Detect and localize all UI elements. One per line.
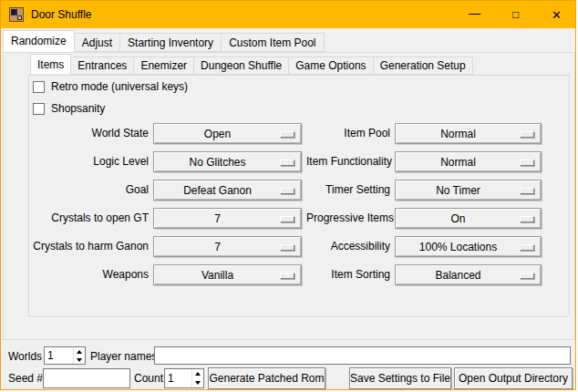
logic-level-label: Logic Level	[28, 151, 149, 172]
count-input[interactable]	[165, 369, 191, 387]
item-sorting-dropdown[interactable]: Balanced	[395, 264, 542, 285]
spin-down-icon[interactable]	[192, 378, 203, 387]
world-state-row: World State Open	[28, 123, 302, 144]
maximize-icon: □	[512, 8, 519, 21]
item-pool-value: Normal	[440, 128, 476, 140]
checkbox-box[interactable]	[33, 81, 45, 93]
close-button[interactable]: ✕	[536, 1, 576, 28]
weapons-row: Weapons Vanilla	[28, 264, 302, 285]
accessibility-value: 100% Locations	[419, 241, 497, 253]
world-state-dropdown[interactable]: Open	[153, 123, 302, 144]
goal-value: Defeat Ganon	[183, 184, 252, 197]
crystals-ganon-value: 7	[214, 241, 221, 253]
tab-generation-setup[interactable]: Generation Setup	[373, 57, 473, 75]
accessibility-dropdown[interactable]: 100% Locations	[395, 236, 542, 257]
tab-entrances[interactable]: Entrances	[70, 57, 134, 75]
item-pool-label: Item Pool	[306, 123, 390, 144]
generate-patched-rom-button[interactable]: Generate Patched Rom	[208, 367, 325, 389]
tab-adjust[interactable]: Adjust	[74, 33, 120, 52]
progressive-items-dropdown[interactable]: On	[395, 208, 542, 229]
count-spin-arrows	[191, 369, 203, 387]
weapons-value: Vanilla	[201, 269, 233, 282]
dropdown-handle-icon	[520, 244, 534, 251]
weapons-dropdown[interactable]: Vanilla	[153, 264, 302, 285]
main-tabbar: Randomize Adjust Starting Inventory Cust…	[3, 30, 324, 52]
open-output-directory-button[interactable]: Open Output Directory	[454, 367, 573, 389]
seed-label: Seed #	[8, 372, 43, 385]
tab-custom-item-pool[interactable]: Custom Item Pool	[221, 33, 324, 52]
world-state-value: Open	[204, 128, 231, 140]
dropdown-handle-icon	[520, 188, 534, 194]
logic-level-row: Logic Level No Glitches	[28, 151, 302, 172]
dropdown-handle-icon	[280, 188, 294, 194]
spin-up-icon[interactable]	[192, 369, 203, 378]
worlds-label: Worlds	[8, 350, 42, 363]
crystals-gt-value: 7	[214, 212, 221, 225]
shopsanity-checkbox[interactable]: Shopsanity	[33, 102, 105, 115]
item-sorting-value: Balanced	[435, 269, 480, 282]
dropdown-handle-icon	[520, 273, 534, 279]
item-pool-dropdown[interactable]: Normal	[395, 123, 542, 144]
count-spinbox[interactable]	[164, 368, 204, 388]
goal-row: Goal Defeat Ganon	[28, 180, 302, 201]
door-shuffle-window: Door Shuffle — □ ✕ Randomize Adjust Star…	[0, 0, 576, 390]
goal-label: Goal	[28, 180, 149, 201]
close-icon: ✕	[552, 8, 562, 22]
item-pool-row: Item Pool Normal	[306, 123, 542, 144]
crystals-ganon-dropdown[interactable]: 7	[153, 236, 302, 257]
spin-up-icon[interactable]	[74, 347, 85, 356]
tab-starting-inventory[interactable]: Starting Inventory	[119, 33, 222, 52]
dropdown-handle-icon	[280, 131, 294, 138]
minimize-icon: —	[469, 6, 480, 20]
item-functionality-row: Item Functionality Normal	[306, 151, 542, 172]
sub-tabbar: Items Entrances Enemizer Dungeon Shuffle…	[30, 54, 472, 75]
tab-randomize[interactable]: Randomize	[3, 30, 75, 52]
logic-level-dropdown[interactable]: No Glitches	[153, 151, 302, 172]
timer-setting-label: Timer Setting	[306, 180, 390, 201]
dropdown-handle-icon	[280, 244, 294, 251]
minimize-button[interactable]: —	[454, 1, 495, 28]
door-icon	[9, 7, 24, 22]
retro-mode-checkbox[interactable]: Retro mode (universal keys)	[33, 80, 188, 93]
maximize-button[interactable]: □	[495, 1, 536, 28]
item-functionality-value: Normal	[440, 156, 476, 169]
crystals-ganon-label: Crystals to harm Ganon	[28, 236, 149, 257]
titlebar: Door Shuffle — □ ✕	[1, 1, 576, 28]
save-settings-button[interactable]: Save Settings to File	[349, 367, 451, 389]
dropdown-handle-icon	[280, 216, 294, 222]
dropdown-handle-icon	[280, 273, 294, 279]
player-names-label: Player names	[90, 350, 157, 363]
timer-setting-value: No Timer	[436, 184, 480, 197]
checkbox-label: Retro mode (universal keys)	[51, 80, 188, 93]
checkbox-label: Shopsanity	[51, 102, 105, 115]
player-names-input[interactable]	[154, 346, 571, 365]
crystals-gt-dropdown[interactable]: 7	[153, 208, 302, 229]
goal-dropdown[interactable]: Defeat Ganon	[153, 180, 302, 201]
weapons-label: Weapons	[28, 264, 149, 285]
crystals-gt-label: Crystals to open GT	[28, 208, 149, 229]
dropdown-handle-icon	[520, 131, 534, 138]
accessibility-label: Accessibility	[306, 236, 390, 257]
logic-level-value: No Glitches	[189, 156, 245, 169]
timer-setting-dropdown[interactable]: No Timer	[395, 180, 542, 201]
tab-dungeon-shuffle[interactable]: Dungeon Shuffle	[193, 57, 289, 75]
spin-down-icon[interactable]	[74, 356, 85, 364]
checkbox-box[interactable]	[33, 103, 45, 115]
worlds-spinbox[interactable]	[44, 346, 86, 365]
crystals-ganon-row: Crystals to harm Ganon 7	[28, 236, 302, 257]
count-label: Count	[134, 372, 163, 385]
tab-game-options[interactable]: Game Options	[288, 57, 373, 75]
item-functionality-dropdown[interactable]: Normal	[395, 151, 542, 172]
tab-enemizer[interactable]: Enemizer	[133, 57, 194, 75]
tab-items[interactable]: Items	[30, 54, 71, 75]
window-controls: — □ ✕	[454, 1, 576, 28]
item-sorting-row: Item Sorting Balanced	[306, 264, 542, 285]
progressive-items-value: On	[450, 212, 465, 225]
seed-input[interactable]	[43, 368, 130, 388]
dropdown-handle-icon	[520, 160, 534, 166]
progressive-items-label: Progressive Items	[306, 208, 390, 229]
worlds-input[interactable]	[45, 347, 73, 364]
item-sorting-label: Item Sorting	[306, 264, 390, 285]
worlds-spin-arrows	[73, 347, 85, 364]
crystals-gt-row: Crystals to open GT 7	[28, 208, 302, 229]
